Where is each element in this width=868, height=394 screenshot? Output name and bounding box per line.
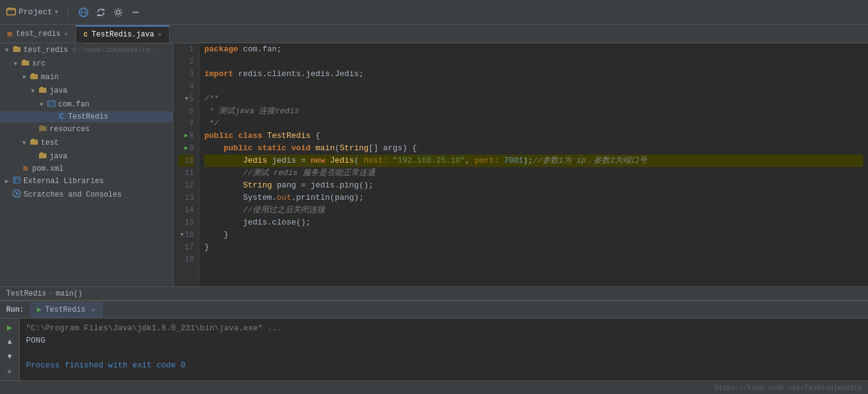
run-tab-testredis[interactable]: ▶ TestRedis ✕	[30, 302, 102, 317]
run-wrap-button[interactable]: ≡	[4, 366, 16, 378]
ln-3: 3	[178, 68, 194, 80]
run-down-button[interactable]: ▼	[4, 351, 16, 363]
sidebar-item-scratches[interactable]: Scratches and Consoles	[0, 188, 173, 202]
sidebar-item-extlibs[interactable]: ▶ External Libraries	[0, 174, 173, 188]
code-line-9: public static void main(String[] args) {	[204, 142, 863, 155]
main-folder-icon	[28, 72, 40, 83]
code-line-13: System.out.println(pang);	[204, 192, 863, 204]
run-up-button[interactable]: ▲	[4, 336, 16, 348]
sidebar-item-main[interactable]: ▼ main	[0, 71, 173, 84]
run-sidebar: ▶ ▲ ▼ ≡	[0, 319, 20, 380]
code-area: 1 2 3 4 ▼5 6 7 ▶8 ▶9 10 11 12 13 14	[173, 43, 868, 286]
ln-17: 17	[178, 241, 194, 254]
run-output-pong: PONG	[26, 335, 862, 347]
globe-button[interactable]	[79, 7, 89, 17]
run-tab-close[interactable]: ✕	[92, 306, 95, 314]
ln-8: ▶8	[178, 130, 194, 142]
arrow-extlibs: ▶	[2, 178, 11, 185]
java-file-icon: c	[84, 30, 88, 39]
breadcrumb-sep: >	[49, 289, 53, 298]
run-play-button[interactable]: ▶	[4, 321, 16, 333]
breadcrumb-class[interactable]: TestRedis	[6, 289, 46, 298]
code-line-7: */	[204, 118, 863, 130]
svg-rect-14	[30, 140, 38, 145]
code-line-2	[204, 56, 863, 68]
svg-rect-15	[39, 153, 46, 158]
code-line-5: /**	[204, 93, 863, 105]
tab-testredis-close[interactable]: ✕	[158, 31, 162, 38]
tab-testredis[interactable]: c TestRedis.java ✕	[76, 25, 170, 43]
arrow-comfan: ▼	[37, 101, 46, 108]
ln-2: 2	[178, 56, 194, 68]
java-test-label: java	[50, 152, 67, 161]
ln-14: 14	[178, 204, 194, 216]
root-label: test_redis E:\code\IDEA2018\re...	[24, 46, 162, 54]
run-tab-icon: ▶	[37, 305, 41, 314]
toolbar: Project ▼	[0, 0, 868, 25]
status-bar: https://blog.csdn.net/fashionjay2019	[0, 380, 868, 394]
arrow-main: ▼	[20, 74, 28, 81]
svg-rect-9	[22, 61, 29, 66]
breadcrumb: TestRedis > main()	[0, 286, 868, 300]
comfan-label: com.fan	[58, 100, 89, 109]
svg-point-6	[116, 11, 120, 14]
package-icon	[46, 99, 57, 110]
run-icon-9[interactable]: ▶	[184, 142, 188, 155]
code-line-17: }	[204, 241, 863, 254]
code-line-8: public class TestRedis {	[204, 130, 863, 142]
sidebar-item-comfan[interactable]: ▼ com.fan	[0, 98, 173, 111]
resources-label: resources	[50, 125, 90, 134]
java-src-folder-icon	[37, 85, 48, 96]
code-line-10: Jedis jedis = new Jedis( host: "192.168.…	[204, 155, 863, 167]
sidebar-item-test[interactable]: ▼ test	[0, 136, 173, 150]
sync-button[interactable]	[96, 7, 106, 17]
project-menu[interactable]: Project ▼	[6, 6, 58, 19]
code-line-16: }	[204, 229, 863, 241]
status-url: https://blog.csdn.net/fashionjay2019	[714, 384, 862, 392]
settings-button[interactable]	[113, 7, 123, 17]
arrow-test: ▼	[20, 140, 28, 147]
run-label: Run:	[6, 306, 24, 314]
sidebar-item-testredis[interactable]: C TestRedis	[0, 111, 173, 122]
ln-15: 15	[178, 216, 194, 229]
xml-file-icon: m	[20, 165, 31, 173]
code-line-4	[204, 80, 863, 93]
sidebar-item-src[interactable]: ▼ src	[0, 57, 173, 71]
run-panel: Run: ▶ TestRedis ✕ ▶ ▲ ▼ ≡ "C:\Program F…	[0, 300, 868, 380]
line-numbers: 1 2 3 4 ▼5 6 7 ▶8 ▶9 10 11 12 13 14	[173, 43, 199, 286]
run-content: ▶ ▲ ▼ ≡ "C:\Program Files\Java\jdk1.8.0_…	[0, 319, 868, 380]
run-output-cmd: "C:\Program Files\Java\jdk1.8.0_231\bin\…	[26, 322, 862, 335]
dropdown-icon: ▼	[55, 9, 58, 15]
test-label: test	[41, 139, 59, 147]
ln-13: 13	[178, 192, 194, 204]
code-lines: package com.fan; import redis.clients.je…	[199, 43, 868, 286]
arrow-src: ▼	[11, 61, 20, 67]
fold-icon-5[interactable]: ▼	[184, 93, 188, 105]
ln-12: 12	[178, 179, 194, 192]
ln-5: ▼5	[178, 93, 194, 105]
tab-pom-close[interactable]: ✕	[64, 30, 68, 38]
main-area: ▼ test_redis E:\code\IDEA2018\re... ▼ sr…	[0, 43, 868, 286]
sidebar-item-pomxml[interactable]: m pom.xml	[0, 163, 173, 174]
tab-bar: m test_redis ✕ c TestRedis.java ✕	[0, 25, 868, 43]
tab-pom-label: test_redis	[16, 30, 61, 38]
sidebar-item-java-src[interactable]: ▼ java	[0, 84, 173, 98]
svg-point-19	[13, 190, 20, 197]
java-test-folder-icon	[37, 151, 48, 162]
sidebar-item-root[interactable]: ▼ test_redis E:\code\IDEA2018\re...	[0, 43, 173, 57]
editor[interactable]: 1 2 3 4 ▼5 6 7 ▶8 ▶9 10 11 12 13 14	[173, 43, 868, 286]
sidebar-item-resources[interactable]: resources	[0, 122, 173, 136]
fold-icon-16[interactable]: ▼	[180, 229, 183, 241]
breadcrumb-method[interactable]: main()	[56, 289, 82, 298]
sidebar-item-java-test[interactable]: java	[0, 150, 173, 163]
minimize-button[interactable]	[131, 7, 141, 17]
run-icon-8[interactable]: ▶	[184, 130, 188, 142]
code-line-14: //使用过之后关闭连接	[204, 204, 863, 216]
test-folder-icon	[28, 137, 40, 148]
tab-testredis-label: TestRedis.java	[92, 30, 154, 39]
arrow-root: ▼	[2, 47, 11, 54]
code-line-11: //测试 redis 服务是否能正常连通	[204, 167, 863, 179]
ln-6: 6	[178, 105, 194, 118]
code-line-6: * 测试java 连接redis	[204, 105, 863, 118]
tab-pom[interactable]: m test_redis ✕	[0, 25, 76, 43]
